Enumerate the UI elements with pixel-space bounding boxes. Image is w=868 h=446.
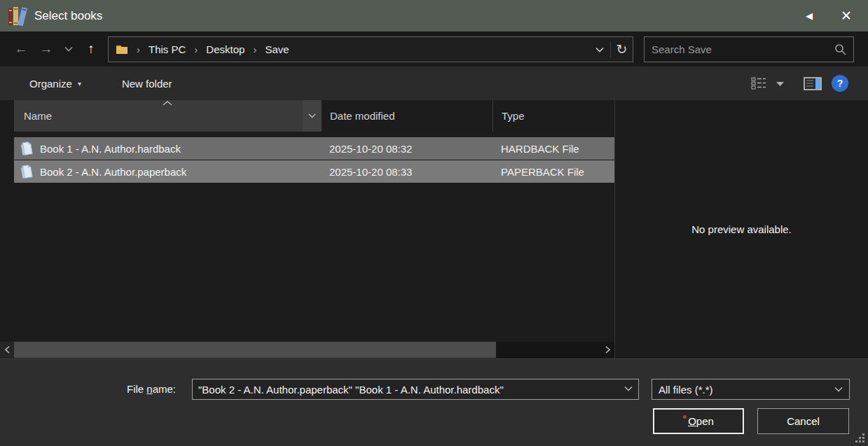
chevron-down-icon: [834, 386, 843, 392]
column-headers: Name Date modified Type: [14, 100, 614, 132]
file-type-value: All files (*.*): [659, 384, 713, 396]
column-header-type-label: Type: [502, 110, 525, 122]
address-dropdown-button[interactable]: [589, 43, 610, 55]
breadcrumb-separator: ›: [250, 43, 259, 55]
breadcrumb-item-save[interactable]: Save: [259, 43, 294, 55]
chevron-down-icon: [308, 113, 316, 118]
close-button[interactable]: ✕: [825, 0, 868, 32]
file-name-label-pre: File: [127, 383, 146, 395]
file-rows: Book 1 - A.N. Author.hardback 2025-10-20…: [14, 137, 614, 183]
file-name-combobox[interactable]: [192, 379, 639, 400]
forward-button[interactable]: →: [34, 36, 59, 62]
open-label-post: pen: [696, 415, 714, 427]
details-view-icon[interactable]: [751, 77, 766, 90]
file-name-cell: Book 2 - A.N. Author.paperback: [14, 165, 321, 179]
file-name-text: Book 1 - A.N. Author.hardback: [40, 143, 181, 155]
column-filter-dropdown[interactable]: [303, 100, 321, 132]
breadcrumb-tail: ↻: [589, 41, 633, 57]
chevron-left-icon: [5, 346, 10, 354]
books-app-icon: [8, 6, 27, 27]
search-input[interactable]: [652, 43, 834, 55]
cancel-label: Cancel: [787, 415, 820, 427]
breadcrumb-item-desktop[interactable]: Desktop: [200, 43, 250, 55]
file-name-label-post: ame:: [153, 383, 176, 395]
file-name-input[interactable]: [192, 379, 639, 400]
search-icon: [834, 43, 846, 55]
organize-menu-button[interactable]: Organize ▾: [29, 78, 81, 90]
up-button[interactable]: ↑: [78, 36, 104, 62]
titlebar: Select books ◀ ✕: [0, 0, 868, 32]
window-title: Select books: [34, 9, 102, 23]
open-button[interactable]: Open: [653, 408, 744, 434]
chevron-down-icon: [595, 47, 604, 53]
back-button[interactable]: ←: [8, 36, 34, 62]
cancel-button[interactable]: Cancel: [757, 408, 849, 434]
views-dropdown-chevron-icon[interactable]: [776, 81, 784, 86]
open-label-accel: O: [688, 415, 696, 427]
navigation-bar: ← → ↑ › This PC › Desktop › Save ↻: [0, 32, 868, 67]
file-date-cell: 2025-10-20 08:33: [321, 166, 492, 178]
preview-pane: No preview available.: [615, 100, 868, 358]
indicator-triangle-icon: ◀: [794, 11, 825, 21]
breadcrumb-separator: ›: [191, 43, 200, 55]
command-toolbar: Organize ▾ New folder: [0, 67, 868, 100]
document-file-icon: [20, 165, 34, 179]
file-type-select[interactable]: All files (*.*): [652, 379, 850, 400]
file-row-book1[interactable]: Book 1 - A.N. Author.hardback 2025-10-20…: [14, 137, 614, 160]
scroll-right-button[interactable]: [600, 342, 614, 358]
cursor-click-dot: [683, 415, 687, 419]
breadcrumb[interactable]: › This PC › Desktop › Save ↻: [108, 36, 633, 62]
titlebar-controls: ◀ ✕: [794, 0, 868, 32]
file-row-book2[interactable]: Book 2 - A.N. Author.paperback 2025-10-2…: [14, 160, 614, 183]
file-name-label-accel: n: [146, 383, 152, 395]
file-type-cell: HARDBACK File: [492, 143, 614, 155]
document-file-icon: [20, 141, 34, 155]
file-dialog-window: Select books ◀ ✕ ← → ↑ › This PC › Deskt…: [0, 0, 868, 446]
preview-message: No preview available.: [691, 223, 792, 235]
recent-locations-dropdown[interactable]: [59, 36, 78, 62]
scroll-left-button[interactable]: [0, 342, 14, 358]
folder-icon: [116, 44, 128, 55]
organize-label: Organize: [29, 78, 72, 90]
breadcrumb-item-this-pc[interactable]: This PC: [143, 43, 191, 55]
dialog-footer: File name: All files (*.*) Open Cancel: [0, 358, 868, 446]
column-header-type[interactable]: Type: [492, 100, 614, 132]
chevron-down-icon: [64, 46, 73, 52]
chevron-down-icon: ▾: [78, 80, 81, 88]
toolbar-right-icons: ?: [751, 75, 848, 92]
search-box[interactable]: [644, 36, 854, 62]
file-type-cell: PAPERBACK File: [492, 166, 614, 178]
column-header-date-modified[interactable]: Date modified: [321, 100, 492, 132]
breadcrumb-separator: ›: [134, 43, 143, 55]
column-header-date-label: Date modified: [330, 110, 395, 122]
file-name-text: Book 2 - A.N. Author.paperback: [40, 166, 186, 178]
resize-grip[interactable]: [856, 434, 864, 442]
help-button[interactable]: ?: [832, 75, 848, 92]
column-header-name[interactable]: Name: [14, 100, 321, 132]
chevron-right-icon: [605, 346, 610, 354]
file-name-cell: Book 1 - A.N. Author.hardback: [14, 141, 321, 155]
preview-pane-icon[interactable]: [804, 77, 822, 90]
file-name-label: File name:: [127, 383, 176, 395]
horizontal-scrollbar[interactable]: [0, 342, 614, 358]
sort-ascending-icon: [163, 101, 172, 106]
new-folder-button[interactable]: New folder: [122, 78, 172, 90]
main-area: Name Date modified Type: [0, 100, 868, 358]
refresh-button[interactable]: ↻: [610, 41, 633, 57]
file-list-pane: Name Date modified Type: [0, 100, 615, 358]
file-date-cell: 2025-10-20 08:32: [321, 143, 492, 155]
scrollbar-thumb[interactable]: [14, 342, 496, 358]
column-header-name-label: Name: [24, 110, 52, 122]
